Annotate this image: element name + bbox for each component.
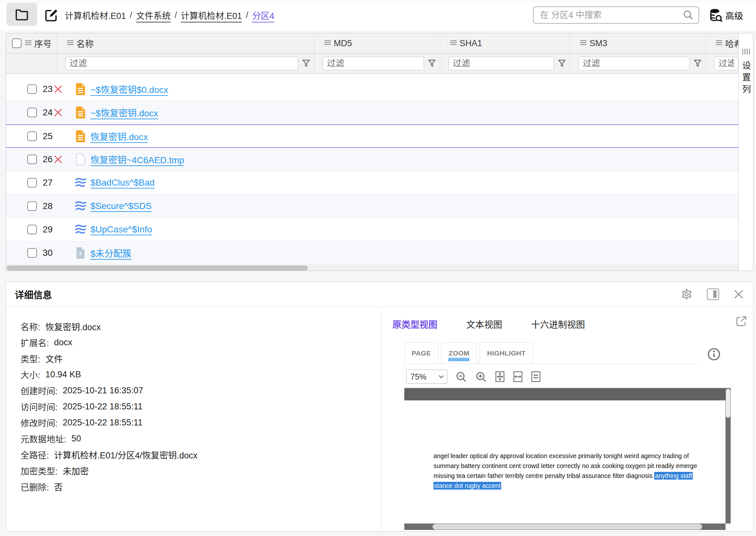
info-icon[interactable] bbox=[707, 347, 721, 363]
row-checkbox[interactable] bbox=[27, 154, 37, 164]
filter-funnel-icon[interactable] bbox=[690, 59, 705, 68]
viewer-vertical-scrollbar[interactable] bbox=[726, 388, 731, 523]
settings-gear-icon[interactable] bbox=[681, 288, 693, 300]
metadata-field: 大小:10.94 KB bbox=[20, 366, 381, 383]
row-checkbox[interactable] bbox=[27, 131, 37, 141]
table-row[interactable]: 28 $Secure^$SDS bbox=[6, 195, 738, 218]
zoom-out-button[interactable] bbox=[455, 371, 467, 383]
active-tab-indicator bbox=[448, 358, 469, 361]
filter-funnel-icon[interactable] bbox=[298, 59, 314, 68]
list-icon bbox=[324, 40, 331, 47]
file-link[interactable]: $未分配簇 bbox=[90, 247, 131, 259]
column-header-sm3[interactable]: SM3 bbox=[570, 33, 706, 53]
folder-tree-button[interactable] bbox=[6, 3, 37, 26]
column-settings-button[interactable]: 设置列 bbox=[738, 33, 753, 271]
deleted-x-icon bbox=[53, 154, 63, 164]
tab-original-view[interactable]: 原类型视图 bbox=[392, 318, 437, 330]
viewer-horizontal-scrollbar[interactable] bbox=[404, 523, 726, 530]
file-link[interactable]: ~$恢复密钥$0.docx bbox=[90, 83, 168, 95]
split-layout-icon[interactable] bbox=[707, 288, 719, 300]
file-link[interactable]: $UpCase^$Info bbox=[90, 224, 152, 235]
breadcrumb-item-filesystem[interactable]: 文件系统 bbox=[136, 9, 171, 21]
file-link[interactable]: 恢复密钥.docx bbox=[90, 130, 148, 143]
list-icon bbox=[25, 40, 32, 47]
table-row[interactable]: 23 ~$恢复密钥$0.docx bbox=[6, 78, 738, 101]
grip-icon bbox=[742, 49, 750, 54]
row-checkbox[interactable] bbox=[27, 108, 37, 117]
breadcrumb-item-partition4[interactable]: 分区4 bbox=[252, 9, 274, 21]
tab-hex-view[interactable]: 十六进制视图 bbox=[531, 318, 585, 330]
table-row[interactable]: 30 ? $未分配簇 bbox=[6, 241, 738, 265]
select-all-checkbox[interactable] bbox=[12, 39, 21, 48]
row-checkbox[interactable] bbox=[27, 178, 37, 187]
filter-input-md5[interactable] bbox=[323, 57, 424, 70]
column-header-name[interactable]: 名称 bbox=[57, 33, 314, 53]
partial-row bbox=[6, 74, 738, 78]
advanced-search-button[interactable]: 高级 bbox=[709, 7, 743, 24]
scrollbar-corner bbox=[726, 523, 731, 530]
highlighted-text: anything staff bbox=[654, 472, 693, 480]
column-header-hashset[interactable]: 哈希集 bbox=[706, 33, 738, 53]
document-text: angel leader optical dry approval locati… bbox=[434, 451, 713, 491]
row-checkbox[interactable] bbox=[27, 84, 37, 94]
filter-row bbox=[6, 53, 738, 74]
viewer-tab-highlight[interactable]: HIGHLIGHT bbox=[480, 342, 533, 363]
viewer-tab-zoom[interactable]: ZOOM bbox=[441, 342, 477, 363]
tab-text-view[interactable]: 文本视图 bbox=[466, 318, 502, 330]
scrollbar-thumb[interactable] bbox=[726, 389, 730, 418]
filter-input-sm3[interactable] bbox=[579, 57, 690, 70]
fit-text-button[interactable] bbox=[531, 371, 541, 383]
row-checkbox[interactable] bbox=[27, 225, 37, 234]
table-row-selected[interactable]: 25 恢复密钥.docx bbox=[6, 124, 738, 148]
column-header-sha1[interactable]: SHA1 bbox=[440, 33, 570, 53]
deleted-x-icon bbox=[53, 84, 63, 94]
scrollbar-thumb[interactable] bbox=[433, 524, 702, 530]
metadata-field: 创建时间:2025-10-21 16:35:07 bbox=[20, 383, 381, 398]
scrollbar-thumb[interactable] bbox=[7, 265, 308, 271]
table-horizontal-scrollbar[interactable] bbox=[6, 265, 738, 271]
fit-page-button[interactable] bbox=[495, 371, 505, 383]
table-row[interactable]: 27 $BadClus^$Bad bbox=[6, 171, 738, 195]
file-link[interactable]: $Secure^$SDS bbox=[90, 201, 152, 211]
row-number: 25 bbox=[43, 131, 53, 141]
rename-button[interactable] bbox=[43, 7, 60, 23]
search-input[interactable] bbox=[539, 10, 683, 20]
document-page-area[interactable]: angel leader optical dry approval locati… bbox=[404, 388, 726, 523]
metadata-field: 已删除:否 bbox=[20, 479, 381, 495]
row-number: 27 bbox=[43, 178, 53, 188]
plain-doc-icon bbox=[74, 153, 87, 165]
search-icon[interactable] bbox=[683, 9, 694, 21]
app-root: 计算机检材.E01 / 文件系统 / 计算机检材.E01 / 分区4 高级 设置… bbox=[0, 0, 756, 536]
column-header-md5[interactable]: MD5 bbox=[314, 33, 440, 53]
zoom-in-button[interactable] bbox=[475, 371, 487, 383]
table-row[interactable]: 24 ~$恢复密钥.docx bbox=[6, 101, 738, 124]
breadcrumb-item-evidence[interactable]: 计算机检材.E01 bbox=[65, 9, 126, 21]
column-header-num[interactable]: 序号 bbox=[21, 33, 57, 53]
open-external-icon[interactable] bbox=[735, 315, 747, 329]
file-link[interactable]: ~$恢复密钥.docx bbox=[90, 106, 158, 119]
filter-funnel-icon[interactable] bbox=[554, 59, 570, 68]
row-number: 24 bbox=[43, 107, 53, 117]
deleted-x-icon bbox=[53, 108, 63, 117]
filter-input-sha1[interactable] bbox=[449, 57, 554, 70]
filter-funnel-icon[interactable] bbox=[424, 59, 440, 68]
table-row[interactable]: 29 $UpCase^$Info bbox=[6, 218, 738, 241]
table-row[interactable]: 26 恢复密钥~4C6AED.tmp bbox=[6, 148, 738, 171]
breadcrumb-separator: / bbox=[175, 10, 177, 20]
viewer-tab-page[interactable]: PAGE bbox=[404, 342, 438, 363]
word-doc-icon bbox=[74, 130, 87, 143]
column-settings-label: 设置列 bbox=[739, 61, 752, 96]
filter-input-name[interactable] bbox=[65, 57, 298, 70]
row-checkbox[interactable] bbox=[27, 201, 37, 211]
file-link[interactable]: 恢复密钥~4C6AED.tmp bbox=[90, 153, 184, 166]
metadata-field: 名称:恢复密钥.docx bbox=[20, 318, 381, 334]
row-checkbox[interactable] bbox=[27, 248, 37, 258]
list-icon bbox=[580, 40, 587, 47]
fit-width-button[interactable] bbox=[513, 371, 523, 383]
breadcrumb-item-image[interactable]: 计算机检材.E01 bbox=[181, 9, 242, 21]
close-icon[interactable] bbox=[733, 289, 744, 300]
filter-input-hashset[interactable] bbox=[714, 57, 738, 70]
preview-pane: 原类型视图 文本视图 十六进制视图 PAGE ZOOM HIGHLIGHT bbox=[381, 307, 753, 531]
zoom-level-select[interactable]: 75% bbox=[406, 370, 447, 384]
file-link[interactable]: $BadClus^$Bad bbox=[90, 178, 155, 188]
